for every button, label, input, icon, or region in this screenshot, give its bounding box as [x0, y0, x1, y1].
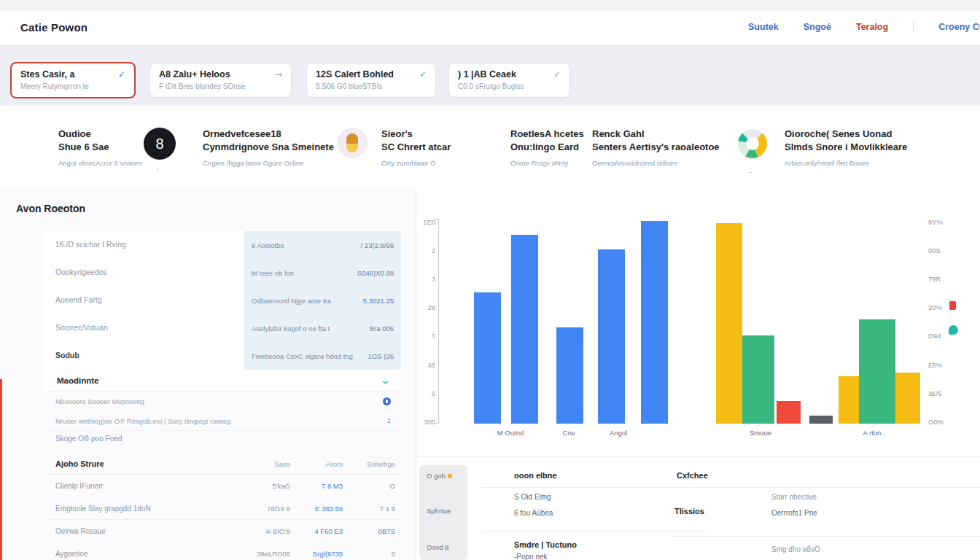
feature-title: Oioroche( Senes Uonad: [785, 128, 892, 139]
side-item-3[interactable]: Oovd 8: [427, 543, 449, 551]
nav-link-3[interactable]: Teralog: [856, 22, 888, 32]
feature-item-6[interactable]: Oioroche( Senes UonadSlmds Snore i Movli…: [785, 128, 907, 167]
x-axis-label: Cnv: [563, 429, 575, 437]
feature-item-1[interactable]: OudioeShue 6 Sae Angot ohrecAcror 6 vrvi…: [58, 128, 142, 167]
y-tick-right: D94: [928, 332, 941, 340]
pie-chart-icon: [738, 129, 767, 158]
divider: [672, 536, 980, 537]
feature-title-2: Senters Aertisy's raoaleotoe: [592, 141, 720, 152]
link-row-1[interactable]: Nbuooere Sooeer Mopotoing: [45, 392, 401, 411]
table-row: Oeirwa Rosaue 4i BlO:8 4 F60 E3 0B7S: [45, 520, 401, 542]
kv-field: M teee eb fon: [252, 269, 294, 277]
y-tick-right: 79R: [928, 275, 941, 283]
kv-cell[interactable]: M teee eb fonS048)X0.88: [244, 259, 401, 287]
stat-card-4[interactable]: ) 1 |AB Ceaek ✓ C0.0 sFrutgo Bugiss: [448, 63, 570, 98]
section-label: Maodinnte: [57, 376, 99, 385]
feature-title: Oudioe: [58, 128, 91, 139]
bar: [474, 292, 501, 424]
row-value: 39eLRO05: [238, 550, 290, 558]
stat-card-1[interactable]: Stes Casir, a ✓ Meery Rutymgrron te: [10, 62, 136, 98]
kv-field: 8 Aooiotbe: [252, 241, 284, 249]
feature-subtitle: Oeenrp/voovidnored otifiore: [592, 159, 720, 167]
bar: [859, 319, 895, 424]
kv-label: Sodub: [55, 351, 79, 359]
bottom-middle-line: 6 fou Aübea: [514, 509, 553, 517]
bar: [641, 221, 668, 424]
row-value: 76f19 8: [238, 505, 290, 513]
feature-title-2: SC Chrert atcar: [381, 141, 451, 152]
divider: [482, 531, 708, 532]
row-value-link[interactable]: 7 8 M3: [290, 482, 343, 490]
share-icon: ⇝: [275, 70, 282, 79]
kv-cell[interactable]: Odbanrecntl Njge aote tra5.3021.25: [244, 287, 401, 314]
table-row: Aygaetioe 39eLRO05 Srgl(9735 0: [45, 542, 401, 560]
kv-cell[interactable]: Aselylafor kogof o ne fta tBra 005: [244, 314, 401, 342]
row-label: Oeirwa Rosaue: [45, 527, 238, 535]
kv-row: Sodub Fwebeooa CexC sigara hdod tng1GS (…: [45, 342, 401, 370]
link-row-2[interactable]: Nruoer wethiog)ne O® Resgob,eto | Sorp t…: [45, 411, 401, 431]
bar: [839, 376, 859, 424]
kv-value: S048)X0.88: [357, 269, 394, 277]
side-item-2[interactable]: Sphrtue: [427, 507, 451, 515]
feature-item-5[interactable]: Renck GahlSenters Aertisy's raoaleotoe O…: [592, 128, 720, 167]
bottom-middle-line: S Oid Elmg: [514, 493, 551, 501]
feature-title: RoetlesA hcetes: [510, 128, 584, 139]
kv-cell[interactable]: Fwebeooa CexC sigara hdod tng1GS (26: [244, 342, 401, 370]
y-tick-right: 20%: [928, 303, 942, 311]
feature-item-2[interactable]: Ornedvefcesee18Cynmdrignove Sna Smeinete…: [203, 128, 334, 167]
red-accent-bar: [0, 379, 2, 560]
avatar-icon: [337, 128, 368, 158]
check-icon: ✓: [553, 70, 561, 79]
kv-label: Socrrec/Votuan: [55, 323, 108, 332]
bar: [598, 249, 625, 424]
caret-icon: ‐: [750, 168, 752, 176]
kv-row: Socrrec/Votuan Aselylafor kogof o ne fta…: [45, 314, 401, 343]
section-row-maodinnte[interactable]: Maodinnte ⌄: [45, 370, 401, 392]
stat-card-2[interactable]: A8 Zalu+ Heloos ⇝ F tDit Bres blondes SO…: [149, 63, 292, 98]
footer-link[interactable]: Skoge O® poo Foed: [55, 435, 122, 443]
kv-field: Aselylafor kogof o ne fta t: [252, 324, 330, 332]
bar: [809, 416, 833, 424]
kv-field: Odbanrecntl Njge aote tra: [252, 297, 331, 305]
feature-item-3[interactable]: Sieor'sSC Chrert atcar Orty zunohlaae O: [381, 128, 451, 167]
row-value: 4i BlO:8: [238, 527, 290, 535]
col-header-2: Arors: [290, 460, 343, 468]
row-value-link[interactable]: 4 F60 E3: [290, 527, 343, 535]
row-value-link[interactable]: E 383.59: [290, 505, 343, 513]
nav-link-2[interactable]: Sngoé: [804, 22, 831, 32]
kv-row: 16./D scichar I Rving 8 Aooiotbe/ 23(2.8…: [45, 231, 401, 260]
table-header-row: Ajoho Strure Saos Arors Solw/hge: [45, 454, 401, 475]
legend-square-icon: [949, 301, 956, 310]
stat-card-subtitle: C0.0 sFrutgo Bugiss: [458, 82, 561, 90]
top-nav: Suutek Sngoé Teralog Croeny Cuo: [748, 21, 980, 33]
info-icon[interactable]: [383, 397, 391, 405]
badge-glyph: 8: [155, 136, 163, 152]
stat-card-3[interactable]: 12S Calert Bohled ✓ 8.S06 G0 blueSTBIs: [306, 63, 436, 98]
bar: [556, 327, 583, 424]
row-label: Clienlp IFunerr: [45, 482, 238, 490]
bar-chart: 1E0232804893008Y%00S79R20%D94£5%3£/5O0%M…: [416, 188, 980, 459]
kv-label: Aueend Fartg: [55, 295, 102, 304]
legend-drop-icon: [949, 325, 958, 335]
side-item-1[interactable]: O gob: [427, 472, 452, 480]
feature-item-4[interactable]: RoetlesA hcetesOnu:lingo Eard Orvoe Rrog…: [510, 128, 584, 167]
chevron-down-icon[interactable]: ⌄: [380, 375, 391, 386]
feature-title-2: Cynmdrignove Sna Smeinete: [203, 141, 334, 152]
bottom-middle-title: ooon elbne: [514, 471, 557, 480]
y-tick-left: 1E0: [421, 218, 435, 226]
row-value-link[interactable]: 0B7S: [343, 527, 395, 535]
y-tick-right: 8Y%: [928, 218, 943, 226]
y-tick-left: 3: [421, 275, 435, 283]
x-axis-label: Smoue: [750, 429, 771, 437]
nav-link-1[interactable]: Suutek: [748, 22, 779, 32]
caret-icon: ‹: [157, 166, 159, 173]
col-header-1: Saos: [238, 460, 290, 468]
feature-title-2: Onu:lingo Eard: [510, 141, 579, 152]
nav-link-4[interactable]: Croeny Cuo: [938, 22, 980, 32]
kv-cell[interactable]: 8 Aooiotbe/ 23(2.8/98: [244, 231, 401, 259]
row-value-link[interactable]: Srgl(9735: [290, 550, 343, 558]
left-panel-title: Avon Roeoton: [16, 203, 85, 214]
section-divider: [416, 456, 980, 457]
col-header-3: Solw/hge: [343, 460, 395, 468]
feature-subtitle: Cngiee /hgga brow Ggure Ocline: [203, 159, 334, 167]
